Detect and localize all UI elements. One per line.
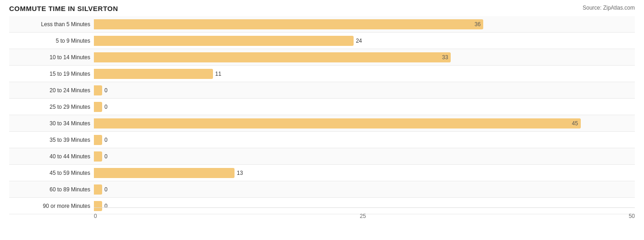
bar-label: 90 or more Minutes bbox=[9, 203, 94, 209]
bar-track: 24 bbox=[94, 33, 635, 49]
bar-fill bbox=[94, 102, 102, 112]
x-axis: 02550 bbox=[94, 213, 635, 219]
bar-fill: 45 bbox=[94, 118, 581, 128]
bar-fill: 33 bbox=[94, 52, 451, 62]
bar-label: 10 to 14 Minutes bbox=[9, 54, 94, 61]
bar-row: 10 to 14 Minutes33 bbox=[9, 49, 635, 66]
bar-label: 15 to 19 Minutes bbox=[9, 71, 94, 77]
bar-label: 60 to 89 Minutes bbox=[9, 186, 94, 193]
bar-track: 0 bbox=[94, 148, 635, 164]
bar-value: 24 bbox=[356, 38, 362, 44]
bar-fill bbox=[94, 168, 235, 178]
bar-track: 0 bbox=[94, 82, 635, 98]
bar-value: 11 bbox=[215, 71, 221, 77]
bar-row: 5 to 9 Minutes24 bbox=[9, 33, 635, 49]
x-axis-line bbox=[94, 207, 635, 208]
bar-label: 5 to 9 Minutes bbox=[9, 38, 94, 44]
bar-value: 0 bbox=[104, 87, 108, 94]
bar-value: 0 bbox=[104, 104, 108, 110]
bar-label: 25 to 29 Minutes bbox=[9, 104, 94, 110]
bar-label: 35 to 39 Minutes bbox=[9, 137, 94, 143]
bar-track: 33 bbox=[94, 49, 635, 65]
bar-track: 0 bbox=[94, 99, 635, 115]
chart-container: COMMUTE TIME IN SILVERTON Source: ZipAtl… bbox=[0, 0, 644, 240]
bar-value: 0 bbox=[104, 137, 108, 143]
bar-value-inside: 36 bbox=[475, 21, 480, 28]
bar-label: 45 to 59 Minutes bbox=[9, 170, 94, 176]
bar-row: 25 to 29 Minutes0 bbox=[9, 99, 635, 115]
bar-value: 0 bbox=[104, 203, 108, 209]
bar-value: 0 bbox=[104, 153, 108, 160]
bar-label: 20 to 24 Minutes bbox=[9, 87, 94, 94]
bar-row: 60 to 89 Minutes0 bbox=[9, 181, 635, 198]
chart-title: COMMUTE TIME IN SILVERTON bbox=[9, 5, 118, 12]
bar-track: 36 bbox=[94, 16, 635, 32]
bar-track: 0 bbox=[94, 132, 635, 148]
bar-fill bbox=[94, 135, 102, 145]
bar-value: 0 bbox=[104, 186, 108, 193]
bar-track: 13 bbox=[94, 165, 635, 181]
bar-label: 40 to 44 Minutes bbox=[9, 153, 94, 160]
bar-track: 0 bbox=[94, 181, 635, 197]
bar-row: 35 to 39 Minutes0 bbox=[9, 132, 635, 148]
bar-row: 20 to 24 Minutes0 bbox=[9, 82, 635, 99]
bar-value-inside: 33 bbox=[442, 54, 448, 61]
bar-track: 45 bbox=[94, 115, 635, 131]
bar-fill bbox=[94, 69, 213, 79]
bar-row: 40 to 44 Minutes0 bbox=[9, 148, 635, 165]
chart-source: Source: ZipAtlas.com bbox=[583, 5, 635, 11]
bar-row: 90 or more Minutes0 bbox=[9, 198, 635, 214]
bar-track: 0 bbox=[94, 198, 635, 214]
bar-label: 30 to 34 Minutes bbox=[9, 120, 94, 127]
bar-track: 11 bbox=[94, 66, 635, 82]
x-axis-tick: 25 bbox=[360, 213, 366, 219]
bar-label: Less than 5 Minutes bbox=[9, 21, 94, 28]
bar-row: 45 to 59 Minutes13 bbox=[9, 165, 635, 181]
bar-row: 15 to 19 Minutes11 bbox=[9, 66, 635, 82]
bar-fill bbox=[94, 151, 102, 162]
chart-header: COMMUTE TIME IN SILVERTON Source: ZipAtl… bbox=[9, 5, 635, 12]
bar-value: 13 bbox=[237, 170, 243, 176]
bar-fill bbox=[94, 201, 102, 211]
bars-area: Less than 5 Minutes365 to 9 Minutes2410 … bbox=[9, 16, 635, 206]
bar-fill: 36 bbox=[94, 19, 483, 29]
bar-fill bbox=[94, 36, 354, 46]
x-axis-tick: 0 bbox=[94, 213, 97, 219]
bar-fill bbox=[94, 85, 102, 95]
bar-row: 30 to 34 Minutes45 bbox=[9, 115, 635, 132]
bar-value-inside: 45 bbox=[572, 120, 578, 127]
x-axis-tick: 50 bbox=[629, 213, 635, 219]
bar-fill bbox=[94, 184, 102, 195]
bar-row: Less than 5 Minutes36 bbox=[9, 16, 635, 33]
